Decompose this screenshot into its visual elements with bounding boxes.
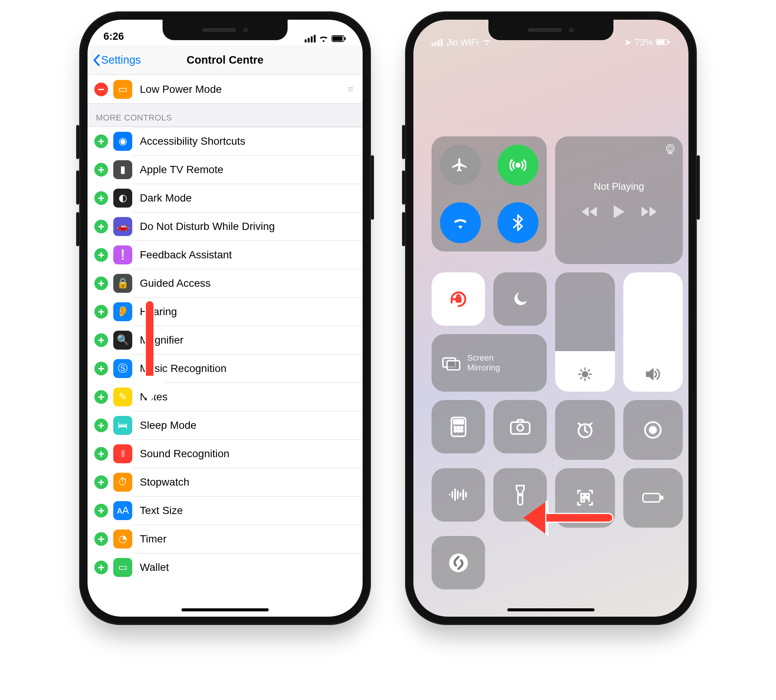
wallet-icon: ▭	[113, 558, 132, 577]
control-center-screen: Jio WiFi ➤ 73%	[413, 20, 688, 617]
calculator-tile[interactable]	[432, 400, 485, 453]
remove-button[interactable]: −	[94, 83, 108, 96]
svg-rect-14	[454, 420, 463, 423]
shazam-tile[interactable]	[432, 536, 485, 589]
cellular-icon	[432, 38, 442, 46]
add-button[interactable]: +	[94, 532, 108, 546]
svg-point-8	[668, 147, 672, 150]
moon-circle-icon: ◐	[113, 188, 132, 208]
volume-slider[interactable]	[623, 272, 683, 392]
svg-rect-2	[344, 38, 346, 40]
add-button[interactable]: +	[94, 220, 108, 233]
add-button[interactable]: +	[94, 504, 108, 517]
add-button[interactable]: +	[94, 390, 108, 404]
add-button[interactable]: +	[94, 163, 108, 177]
svg-point-6	[516, 163, 519, 167]
control-label: Text Size	[140, 505, 183, 517]
back-button[interactable]: Settings	[93, 54, 141, 66]
battery-icon	[656, 37, 670, 48]
airplane-toggle[interactable]	[440, 145, 481, 186]
alarm-tile[interactable]	[555, 400, 615, 460]
media-title: Not Playing	[594, 181, 644, 192]
control-label: Stopwatch	[140, 476, 189, 488]
battery-percent: 73%	[635, 37, 653, 48]
add-button[interactable]: +	[94, 333, 108, 347]
brightness-slider[interactable]	[555, 272, 615, 392]
cellular-toggle[interactable]	[497, 145, 538, 186]
dnd-tile[interactable]	[493, 272, 547, 326]
control-label: Accessibility Shortcuts	[140, 135, 245, 147]
annotation-arrow-left	[523, 502, 613, 534]
control-row-music-recognition: + Ⓢ Music Recognition	[88, 354, 363, 383]
home-indicator[interactable]	[182, 608, 269, 612]
control-label: Low Power Mode	[140, 83, 222, 95]
drag-handle-icon[interactable]: ≡	[348, 83, 354, 95]
play-button[interactable]	[613, 205, 625, 220]
svg-point-16	[457, 427, 460, 429]
add-button[interactable]: +	[94, 475, 108, 489]
control-row-text-size: + ᴀA Text Size	[88, 496, 363, 525]
chat-alert-icon: ❕	[113, 245, 132, 264]
forward-button[interactable]	[641, 207, 657, 218]
screen-mirroring-label: ScreenMirroring	[467, 353, 500, 373]
rewind-button[interactable]	[582, 207, 597, 218]
add-button[interactable]: +	[94, 447, 108, 461]
battery-icon: ▭	[113, 80, 132, 99]
control-label: Sleep Mode	[140, 419, 196, 432]
control-row-wallet: + ▭ Wallet	[88, 553, 363, 582]
connectivity-module[interactable]	[432, 137, 547, 252]
wifi-toggle[interactable]	[440, 202, 481, 243]
svg-point-18	[454, 430, 456, 432]
voice-memo-tile[interactable]	[432, 468, 485, 522]
svg-point-15	[454, 427, 456, 429]
svg-point-19	[457, 430, 460, 432]
control-row-magnifier: + 🔍 Magnifier	[88, 326, 363, 354]
bluetooth-toggle[interactable]	[497, 202, 538, 243]
control-row-dark-mode: + ◐ Dark Mode	[88, 184, 363, 212]
svg-rect-27	[581, 494, 584, 497]
camera-tile[interactable]	[493, 400, 547, 453]
iphone-frame-right: Jio WiFi ➤ 73%	[405, 12, 697, 625]
control-row-sleep-mode: + 🛏 Sleep Mode	[88, 411, 363, 439]
nav-bar: Settings Control Centre	[88, 45, 363, 75]
cc-grid: Not Playing	[432, 137, 670, 564]
orientation-lock-tile[interactable]	[432, 272, 485, 326]
bed-icon: 🛏	[113, 416, 132, 435]
add-button[interactable]: +	[94, 305, 108, 318]
add-button[interactable]: +	[94, 248, 108, 262]
control-row-low-power-mode: − ▭ Low Power Mode ≡	[88, 75, 363, 103]
car-icon: 🚗	[113, 217, 132, 236]
airplay-icon[interactable]	[664, 143, 676, 156]
screen-mirroring-tile[interactable]: ScreenMirroring	[432, 334, 547, 392]
svg-rect-12	[447, 361, 460, 370]
add-button[interactable]: +	[94, 277, 108, 290]
shazam-icon: Ⓢ	[113, 359, 132, 378]
screen-record-tile[interactable]	[623, 400, 683, 460]
add-button[interactable]: +	[94, 135, 108, 148]
svg-point-22	[517, 424, 523, 431]
add-button[interactable]: +	[94, 561, 108, 574]
svg-rect-30	[643, 493, 660, 502]
svg-point-26	[519, 494, 521, 496]
media-module[interactable]: Not Playing	[555, 137, 683, 264]
control-label: Apple TV Remote	[140, 163, 224, 176]
carrier-label: Jio WiFi	[446, 37, 479, 48]
low-power-tile[interactable]	[623, 468, 683, 528]
add-button[interactable]: +	[94, 362, 108, 375]
svg-rect-9	[456, 297, 461, 302]
add-button[interactable]: +	[94, 418, 108, 432]
control-row-notes: + ✎ Notes	[88, 383, 363, 411]
iphone-frame-left: 6:26 Settings Control Centre − ▭ Low Pow…	[79, 12, 371, 625]
magnifier-icon: 🔍	[113, 331, 132, 350]
wifi-icon	[319, 35, 329, 42]
battery-icon	[332, 35, 347, 42]
status-icons	[305, 35, 347, 42]
control-row-stopwatch: + ⏱ Stopwatch	[88, 468, 363, 496]
controls-list[interactable]: − ▭ Low Power Mode ≡ MORE CONTROLS + ◉ A…	[88, 75, 363, 582]
svg-rect-5	[668, 41, 669, 43]
control-row-dnd-driving: + 🚗 Do Not Disturb While Driving	[88, 212, 363, 240]
add-button[interactable]: +	[94, 191, 108, 205]
control-label: Guided Access	[140, 277, 211, 289]
home-indicator[interactable]	[507, 608, 594, 612]
wifi-icon	[482, 37, 491, 48]
